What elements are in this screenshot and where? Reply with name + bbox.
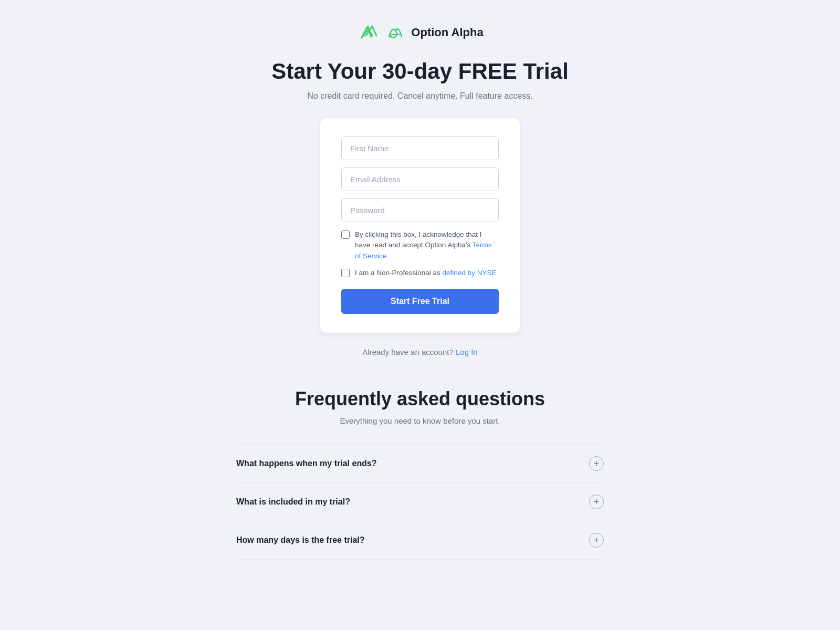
- faq-subtitle: Everything you need to know before you s…: [236, 416, 604, 425]
- logo-text: Option Alpha: [411, 26, 483, 39]
- non-pro-label: I am a Non-Professional as defined by NY…: [355, 268, 496, 278]
- tos-label: By clicking this box, I acknowledge that…: [355, 229, 499, 261]
- logo: Option Alpha: [356, 21, 483, 44]
- login-row: Already have an account? Log In: [362, 348, 477, 356]
- login-link[interactable]: Log In: [456, 348, 478, 356]
- tos-checkbox-row: By clicking this box, I acknowledge that…: [341, 229, 499, 261]
- faq-item-1[interactable]: What happens when my trial ends? +: [236, 444, 604, 482]
- start-free-trial-button[interactable]: Start Free Trial: [341, 289, 499, 314]
- faq-expand-icon-3: +: [589, 533, 604, 548]
- faq-question-3: How many days is the free trial?: [236, 536, 365, 545]
- option-alpha-logo-icon: [356, 21, 380, 44]
- page-subtitle: No credit card required. Cancel anytime.…: [307, 91, 533, 101]
- faq-expand-icon-2: +: [589, 495, 604, 509]
- logo-graphic: [385, 21, 406, 44]
- email-input[interactable]: [341, 167, 499, 191]
- faq-item-3[interactable]: How many days is the free trial? +: [236, 521, 604, 560]
- faq-item-2[interactable]: What is included in my trial? +: [236, 482, 604, 521]
- page-title: Start Your 30-day FREE Trial: [271, 59, 569, 84]
- faq-question-1: What happens when my trial ends?: [236, 459, 377, 468]
- tos-checkbox[interactable]: [341, 230, 350, 239]
- checkboxes-group: By clicking this box, I acknowledge that…: [341, 229, 499, 278]
- faq-question-2: What is included in my trial?: [236, 497, 350, 507]
- non-pro-checkbox-row: I am a Non-Professional as defined by NY…: [341, 268, 499, 278]
- signup-form-card: By clicking this box, I acknowledge that…: [320, 118, 520, 333]
- password-input[interactable]: [341, 198, 499, 222]
- faq-title: Frequently asked questions: [236, 388, 604, 410]
- nyse-link[interactable]: defined by NYSE: [443, 269, 497, 277]
- faq-expand-icon-1: +: [589, 456, 604, 471]
- first-name-input[interactable]: [341, 136, 499, 160]
- faq-section: Frequently asked questions Everything yo…: [236, 388, 604, 560]
- non-pro-checkbox[interactable]: [341, 269, 350, 277]
